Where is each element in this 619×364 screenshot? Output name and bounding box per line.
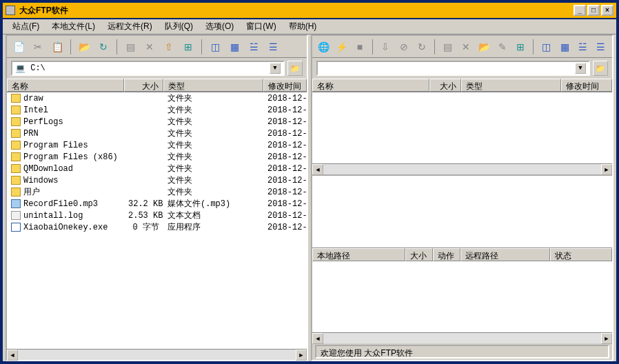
queue-list[interactable] (312, 261, 612, 332)
qcol-status[interactable]: 状态 (550, 248, 612, 261)
file-row[interactable]: XiaobaiOnekey.exe0 字节应用程序2018-12-24 (7, 221, 307, 233)
cut-icon[interactable]: ✂ (30, 39, 45, 54)
tree-icon[interactable]: ⊞ (181, 39, 196, 54)
titlebar[interactable]: 大众FTP软件 _ □ × (3, 3, 616, 19)
scroll-right-icon[interactable]: ► (601, 164, 612, 175)
paste-icon[interactable]: 📋 (50, 39, 65, 54)
local-hscroll[interactable]: ◄ ► (7, 349, 307, 360)
col-mtime[interactable]: 修改时间 (561, 79, 612, 92)
scroll-track[interactable] (323, 164, 601, 174)
file-row[interactable]: unintall.log2.53 KB文本文档2018-12-26 (7, 210, 307, 221)
up-dir-button[interactable]: 📁 (287, 61, 303, 76)
copy-icon[interactable]: 📄 (11, 39, 26, 54)
properties-icon[interactable]: ▤ (123, 39, 138, 54)
local-file-list[interactable]: draw文件夹2018-12-26Intel文件夹2018-12-24PerfL… (7, 92, 307, 349)
dropdown-icon[interactable]: ▼ (270, 63, 281, 74)
qcol-localpath[interactable]: 本地路径 (312, 248, 405, 261)
new-folder-icon[interactable]: 📂 (77, 39, 92, 54)
file-row[interactable]: Program Files (x86)文件夹2018-12-28 (7, 151, 307, 163)
refresh-icon[interactable]: ↻ (96, 39, 111, 54)
remote-view-detail-icon[interactable]: ☰ (594, 39, 608, 54)
col-size[interactable]: 大小 (124, 79, 163, 92)
view-large-icon[interactable]: ◫ (207, 39, 223, 54)
file-row[interactable]: Intel文件夹2018-12-24 (7, 104, 307, 116)
menu-local-file[interactable]: 本地文件(L) (46, 19, 101, 34)
remote-file-list[interactable] (312, 92, 612, 163)
scroll-right-icon[interactable]: ► (296, 350, 307, 361)
view-detail-icon[interactable]: ☰ (265, 39, 281, 54)
remote-toolbar: 🌐 ⚡ ■ ⇩ ⊘ ↻ ▤ ✕ 📂 ✎ ⊞ ◫ ▦ ☱ ☰ (312, 36, 612, 58)
maximize-button[interactable]: □ (587, 5, 600, 16)
local-pane: 📄 ✂ 📋 📂 ↻ ▤ ✕ ⇧ ⊞ ◫ ▦ ☱ ☰ 💻 C (6, 34, 308, 361)
col-name[interactable]: 名称 (7, 79, 124, 92)
minimize-button[interactable]: _ (574, 5, 586, 16)
qcol-remotepath[interactable]: 远程路径 (460, 248, 550, 261)
menu-window[interactable]: 窗口(W) (241, 19, 281, 34)
menu-option[interactable]: 选项(O) (200, 19, 239, 34)
file-row[interactable]: 用户文件夹2018-12-24 (7, 186, 307, 198)
file-name: XiaobaiOnekey.exe (23, 223, 108, 232)
col-type[interactable]: 类型 (163, 79, 263, 92)
scroll-left-icon[interactable]: ◄ (312, 164, 323, 175)
connect-icon[interactable]: 🌐 (316, 39, 330, 54)
remote-view-list-icon[interactable]: ☱ (576, 39, 589, 54)
remote-rename-icon[interactable]: ✎ (496, 39, 509, 54)
file-mtime: 2018-12-24 (263, 223, 307, 232)
remote-view-large-icon[interactable]: ◫ (539, 39, 553, 54)
scroll-track[interactable] (18, 350, 296, 360)
scroll-left-icon[interactable]: ◄ (7, 350, 18, 361)
delete-icon[interactable]: ✕ (142, 39, 157, 54)
file-row[interactable]: Program Files文件夹2018-12-24 (7, 139, 307, 151)
scroll-right-icon[interactable]: ► (601, 333, 612, 344)
remote-view-small-icon[interactable]: ▦ (558, 39, 571, 54)
col-name[interactable]: 名称 (312, 79, 429, 92)
menu-queue[interactable]: 队列(Q) (159, 19, 199, 34)
file-row[interactable]: Windows文件夹2018-12-28 (7, 174, 307, 186)
dropdown-icon[interactable]: ▼ (575, 63, 586, 74)
remote-tree-icon[interactable]: ⊞ (514, 39, 527, 54)
col-type[interactable]: 类型 (461, 79, 561, 92)
disconnect-icon[interactable]: ⚡ (334, 39, 348, 54)
file-mtime: 2018-12-28 (263, 152, 307, 162)
col-mtime[interactable]: 修改时间 (263, 79, 307, 92)
application-window: 大众FTP软件 _ □ × 站点(F) 本地文件(L) 远程文件(R) 队列(Q… (0, 0, 619, 364)
file-row[interactable]: RecordFile0.mp332.2 KB媒体文件(.mp3)2018-12-… (7, 198, 307, 210)
download-icon[interactable]: ⇩ (378, 39, 392, 54)
file-name: PerfLogs (23, 117, 63, 127)
file-type: 文件夹 (163, 104, 263, 116)
remote-hscroll[interactable]: ◄ ► (312, 163, 612, 174)
menu-site[interactable]: 站点(F) (7, 19, 45, 34)
file-mtime: 2018-12-26 (263, 94, 307, 103)
abort-icon[interactable]: ⊘ (397, 39, 411, 54)
remote-newfolder-icon[interactable]: 📂 (477, 39, 491, 54)
file-row[interactable]: QMDownload文件夹2018-12-24 (7, 163, 307, 174)
file-row[interactable]: PRN文件夹2018-12-24 (7, 128, 307, 139)
view-small-icon[interactable]: ▦ (227, 39, 242, 54)
file-row[interactable]: PerfLogs文件夹2018-12-27 (7, 116, 307, 128)
scroll-left-icon[interactable]: ◄ (312, 333, 323, 344)
remote-log-pane[interactable] (312, 174, 612, 247)
col-size[interactable]: 大小 (429, 79, 461, 92)
local-list-header: 名称 大小 类型 修改时间 (7, 79, 307, 92)
local-path-combo[interactable]: 💻 C:\ ▼ (11, 61, 285, 76)
upload-icon[interactable]: ⇧ (161, 39, 176, 54)
menu-help[interactable]: 帮助(H) (283, 19, 323, 34)
remote-up-dir-button[interactable]: 📁 (593, 61, 608, 76)
file-type: 媒体文件(.mp3) (163, 198, 263, 210)
remote-refresh-icon[interactable]: ↻ (415, 39, 429, 54)
file-row[interactable]: draw文件夹2018-12-26 (7, 92, 307, 104)
remote-path-combo[interactable]: ▼ (316, 61, 590, 76)
scroll-track[interactable] (323, 333, 601, 343)
file-name: RecordFile0.mp3 (23, 199, 98, 209)
menu-remote-file[interactable]: 远程文件(R) (102, 19, 158, 34)
queue-hscroll[interactable]: ◄ ► (312, 332, 612, 343)
remote-delete-icon[interactable]: ✕ (459, 39, 473, 54)
qcol-action[interactable]: 动作 (433, 248, 460, 261)
menubar: 站点(F) 本地文件(L) 远程文件(R) 队列(Q) 选项(O) 窗口(W) … (3, 19, 616, 34)
qcol-size[interactable]: 大小 (405, 248, 433, 261)
log-icon (11, 211, 21, 220)
view-list-icon[interactable]: ☱ (246, 39, 261, 54)
close-button[interactable]: × (601, 5, 613, 16)
stop-icon[interactable]: ■ (353, 39, 367, 54)
remote-props-icon[interactable]: ▤ (440, 39, 454, 54)
